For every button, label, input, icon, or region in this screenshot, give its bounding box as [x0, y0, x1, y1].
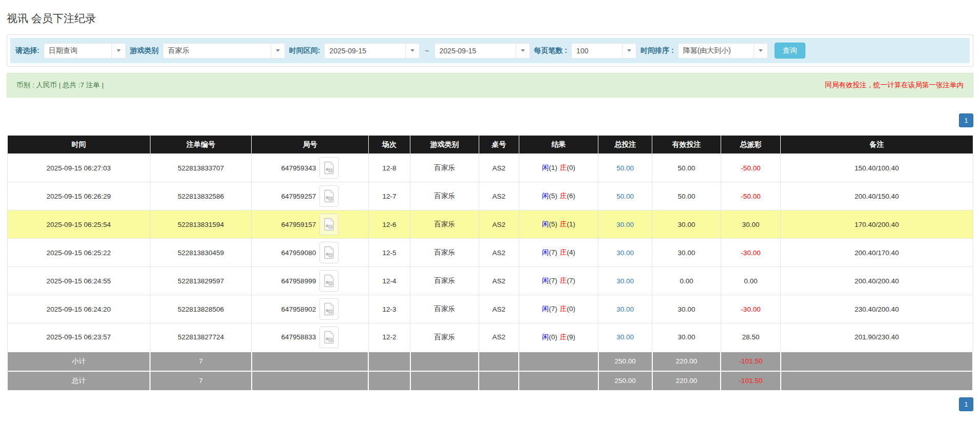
cell-note: 230.40/200.40 [781, 295, 973, 323]
total-payout: -101.50 [721, 371, 781, 391]
cell-result: 闲(7)庄(0) [519, 295, 598, 323]
page-1-button[interactable]: 1 [959, 397, 973, 411]
cell-result: 闲(5)庄(1) [519, 210, 598, 239]
cell-session: 12-5 [368, 239, 410, 267]
subtotal-valid-bet: 220.00 [652, 352, 721, 371]
total-bet-link[interactable]: 30.00 [616, 277, 634, 285]
result-banker-label: 庄 [560, 333, 567, 341]
cell-time: 2025-09-15 06:26:29 [7, 182, 150, 210]
game-type-select[interactable]: 百家乐 [163, 43, 285, 59]
total-bet-link[interactable]: 30.00 [616, 305, 634, 313]
cell-round-id: 647959157 [252, 210, 368, 239]
search-button[interactable]: 查询 [775, 43, 805, 59]
cell-result: 闲(7)庄(7) [519, 267, 598, 295]
query-type-value[interactable]: 日期查询 [44, 44, 111, 58]
cell-total-bet: 50.00 [598, 154, 652, 182]
cell-bet-id: 522813827724 [150, 323, 251, 352]
cell-bet-id: 522813831594 [150, 210, 251, 239]
cell-session: 12-2 [368, 323, 410, 352]
chevron-down-icon[interactable] [622, 44, 636, 58]
cell-table-no: AS2 [479, 295, 519, 323]
cell-time: 2025-09-15 06:25:54 [7, 210, 150, 239]
result-banker-label: 庄 [560, 277, 567, 284]
cell-table-no: AS2 [479, 210, 519, 239]
date-to-value[interactable]: 2025-09-15 [435, 44, 516, 58]
video-file-icon[interactable] [319, 185, 338, 207]
cell-round-id: 647959257 [252, 182, 368, 210]
cell-payout: 0.00 [721, 267, 781, 295]
chevron-down-icon[interactable] [271, 44, 285, 58]
cell-result: 闲(7)庄(4) [519, 239, 598, 267]
total-bet-link[interactable]: 30.00 [616, 333, 634, 341]
cell-payout: -30.00 [721, 295, 781, 323]
cell-payout: -50.00 [721, 154, 781, 182]
game-type-label: 游戏类别 [130, 46, 159, 55]
page-size-value[interactable]: 100 [572, 44, 622, 58]
time-sort-select[interactable]: 降冪(由大到小) [678, 43, 768, 59]
cell-session: 12-8 [368, 154, 410, 182]
header-bet-id: 注单编号 [150, 136, 251, 154]
table-row: 2025-09-15 06:26:29 522813832586 6479592… [7, 182, 973, 210]
total-bet-link[interactable]: 50.00 [616, 193, 634, 200]
subtotal-label: 小计 [7, 352, 150, 371]
video-file-icon[interactable] [319, 214, 338, 235]
filter-panel: 请选择: 日期查询 游戏类别 百家乐 时间区间: 2025-09-15 ~ 20… [7, 34, 973, 67]
result-banker-count: (0) [567, 164, 575, 171]
page-1-button[interactable]: 1 [959, 113, 973, 127]
cell-total-bet: 30.00 [598, 239, 652, 267]
page: 视讯 会员下注纪录 请选择: 日期查询 游戏类别 百家乐 时间区间: 2025-… [0, 0, 980, 411]
result-banker-count: (6) [567, 192, 575, 200]
cell-table-no: AS2 [479, 182, 519, 210]
table-row: 2025-09-15 06:24:55 522813829597 6479589… [7, 267, 973, 295]
cell-table-no: AS2 [479, 154, 519, 182]
video-file-icon[interactable] [319, 327, 338, 348]
query-type-label: 请选择: [15, 46, 40, 55]
cell-round-id: 647959343 [252, 154, 368, 182]
video-file-icon[interactable] [319, 270, 338, 292]
total-bet-link[interactable]: 50.00 [616, 164, 634, 172]
cell-bet-id: 522813828506 [150, 295, 251, 323]
total-total-bet: 250.00 [598, 371, 652, 391]
result-banker-count: (1) [567, 220, 575, 228]
result-banker-label: 庄 [560, 192, 567, 200]
video-file-icon[interactable] [319, 298, 338, 320]
cell-valid-bet: 30.00 [652, 239, 721, 267]
video-file-icon[interactable] [319, 242, 338, 263]
table-summary: 小计 7 250.00 220.00 -101.50 总计 7 250.00 2… [7, 352, 973, 391]
date-to-picker[interactable]: 2025-09-15 [435, 43, 530, 59]
cell-game-type: 百家乐 [410, 295, 479, 323]
chevron-down-icon[interactable] [516, 44, 530, 58]
query-type-select[interactable]: 日期查询 [44, 43, 126, 59]
chevron-down-icon[interactable] [405, 44, 419, 58]
cell-round-id: 647959080 [252, 239, 368, 267]
cell-valid-bet: 50.00 [652, 154, 721, 182]
result-player-count: (7) [549, 277, 557, 284]
result-player-label: 闲 [542, 164, 549, 171]
table-row: 2025-09-15 06:27:03 522813833707 6479593… [7, 154, 973, 182]
chevron-down-icon[interactable] [753, 44, 767, 58]
total-valid-bet: 220.00 [652, 371, 721, 391]
date-range-separator: ~ [424, 47, 430, 55]
date-from-value[interactable]: 2025-09-15 [325, 44, 405, 58]
result-player-count: (1) [549, 164, 557, 171]
header-payout: 总派彩 [721, 136, 781, 154]
pagination-bottom: 1 [7, 397, 973, 411]
total-bet-link[interactable]: 30.00 [616, 249, 634, 257]
total-count: 7 [150, 371, 251, 391]
result-banker-count: (0) [567, 305, 575, 313]
page-size-select[interactable]: 100 [571, 43, 636, 59]
currency-total-text: 币别 : 人民币 | 总共 :7 注单 | [16, 81, 104, 90]
total-label: 总计 [7, 371, 150, 391]
result-player-label: 闲 [542, 333, 549, 341]
cell-time: 2025-09-15 06:23:57 [7, 323, 150, 352]
chevron-down-icon[interactable] [111, 44, 125, 58]
header-time: 时间 [7, 136, 150, 154]
result-banker-label: 庄 [560, 248, 567, 256]
video-file-icon[interactable] [319, 157, 338, 179]
total-bet-link[interactable]: 30.00 [616, 221, 634, 228]
cell-bet-id: 522813833707 [150, 154, 251, 182]
date-from-picker[interactable]: 2025-09-15 [324, 43, 420, 59]
table-header: 时间 注单编号 局号 场次 游戏类别 桌号 结果 总投注 有效投注 总派彩 备注 [7, 136, 973, 154]
time-sort-value[interactable]: 降冪(由大到小) [679, 44, 753, 58]
game-type-value[interactable]: 百家乐 [163, 44, 271, 58]
